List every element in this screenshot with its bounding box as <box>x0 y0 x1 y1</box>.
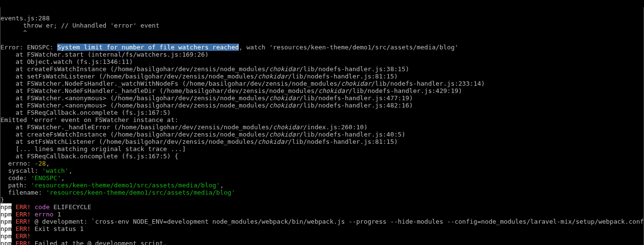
stack-line: at FSWatcher.NodeFsHandler._handleDir (/… <box>0 87 462 94</box>
stack-line: at FSWatcher.<anonymous> (/home/basilgoh… <box>0 94 413 102</box>
prop-line: filename: 'resources/keen-theme/demo1/sr… <box>0 189 235 196</box>
stack-line: } <box>0 196 4 203</box>
stack-line: at FSReqCallback.oncomplete (fs.js:167:5… <box>0 109 171 116</box>
npm-line: npm ERR! errno 1 <box>0 211 61 218</box>
stack-line: at FSReqCallback.oncomplete (fs.js:167:5… <box>0 153 178 160</box>
prop-line: code: 'ENOSPC', <box>0 174 65 182</box>
selected-text[interactable]: System limit for number of file watchers… <box>57 44 239 51</box>
prop-line: syscall: 'watch', <box>0 167 73 174</box>
stack-line: at FSWatcher._handleError (/home/basilgo… <box>0 123 367 131</box>
stack-line: throw er; // Unhandled 'error' event <box>0 22 160 29</box>
blank-line <box>0 36 4 44</box>
stack-line: at createFsWatchInstance (/home/basilgoh… <box>0 65 409 73</box>
npm-line: npm ERR! Exit status 1 <box>0 225 84 232</box>
npm-line: npm ERR! Failed at the @ development scr… <box>0 240 167 245</box>
npm-line: npm ERR! <box>0 232 31 240</box>
stack-line: at FSWatcher.NodeFsHandler._watchWithNod… <box>0 80 485 87</box>
stack-line: Emitted 'error' event on FSWatcher insta… <box>0 116 178 123</box>
stack-line: at FSWatcher.<anonymous> (/home/basilgoh… <box>0 102 413 109</box>
stack-line: at FSWatcher.start (internal/fs/watchers… <box>0 51 208 58</box>
stack-line: ^ <box>0 29 27 36</box>
npm-line: npm ERR! @ development: `cross-env NODE_… <box>0 218 644 225</box>
stack-line: at setFsWatchListener (/home/basilgohar/… <box>0 138 398 145</box>
stack-line: events.js:288 <box>0 15 50 22</box>
prop-line: path: 'resources/keen-theme/demo1/src/as… <box>0 182 224 189</box>
npm-line: npm ERR! code ELIFECYCLE <box>0 203 91 211</box>
error-line: Error: ENOSPC: System limit for number o… <box>0 44 458 51</box>
stack-line: at setFsWatchListener (/home/basilgohar/… <box>0 73 398 80</box>
terminal-output[interactable]: events.js:288 throw er; // Unhandled 'er… <box>0 7 644 245</box>
prop-line: errno: -28, <box>0 160 50 167</box>
stack-line: at createFsWatchInstance (/home/basilgoh… <box>0 131 405 138</box>
stack-line: at Object.watch (fs.js:1346:11) <box>0 58 133 65</box>
stack-line: [... lines matching original stack trace… <box>0 145 186 153</box>
